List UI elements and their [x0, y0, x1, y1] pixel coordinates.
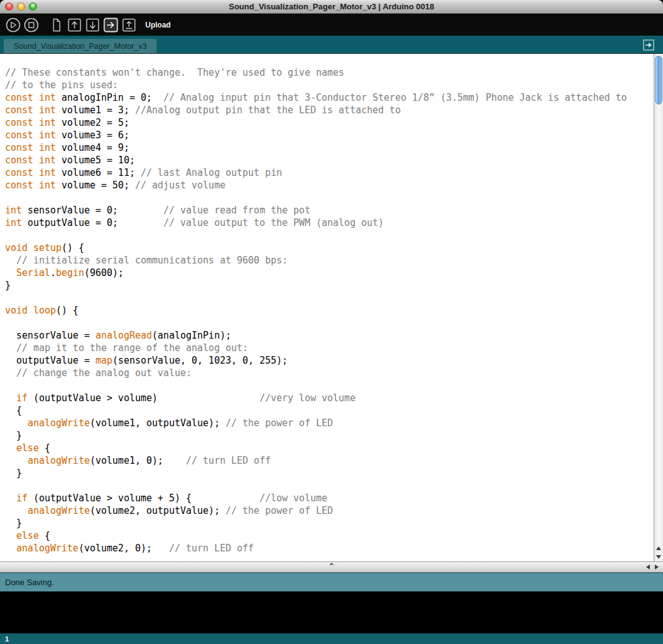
- toolbar: Upload: [0, 14, 663, 36]
- code-line[interactable]: }: [5, 279, 654, 292]
- scroll-down-button[interactable]: [654, 553, 663, 561]
- code-token: int: [39, 105, 56, 116]
- code-line[interactable]: int outputValue = 0; // value output to …: [5, 217, 654, 229]
- status-message: Done Saving.: [5, 578, 54, 587]
- scroll-up-button[interactable]: [654, 544, 663, 553]
- code-line[interactable]: }: [5, 467, 654, 479]
- serial-monitor-button[interactable]: [121, 17, 137, 33]
- code-line[interactable]: if (outputValue > volume + 5) { //low vo…: [5, 492, 654, 504]
- code-line[interactable]: const int volume = 50; // adjust volume: [5, 179, 654, 192]
- code-token: (9600);: [84, 267, 123, 279]
- arduino-ide-window: Sound_Visualization_Pager_Motor_v3 | Ard…: [0, 0, 663, 644]
- code-line[interactable]: const int volume5 = 10;: [5, 154, 654, 166]
- close-button[interactable]: [5, 3, 13, 11]
- tab-sketch[interactable]: Sound_Visualization_Pager_Motor_v3: [4, 39, 157, 53]
- code-token: (volume1, outputValue);: [90, 417, 225, 429]
- traffic-lights: [5, 3, 37, 11]
- code-line[interactable]: else {: [5, 442, 654, 454]
- code-token: void: [5, 242, 28, 253]
- code-line[interactable]: analogWrite(volume2, 0); // turn LED off: [5, 542, 654, 555]
- code-token: volume = 50;: [56, 180, 135, 191]
- tab-bar: Sound_Visualization_Pager_Motor_v3: [0, 36, 663, 54]
- code-token: [33, 130, 39, 141]
- vertical-scrollbar-thumb[interactable]: [655, 56, 662, 105]
- console-output[interactable]: [0, 591, 663, 633]
- code-token: analogRead: [96, 330, 152, 341]
- code-token: analogWrite: [28, 455, 90, 466]
- code-line[interactable]: void setup() {: [5, 242, 654, 254]
- code-line[interactable]: void loop() {: [5, 304, 654, 317]
- new-sketch-button[interactable]: [48, 17, 64, 33]
- vertical-scrollbar[interactable]: [654, 54, 663, 561]
- new-tab-arrow-icon: [643, 39, 654, 51]
- code-line[interactable]: [5, 379, 654, 392]
- code-token: volume6 = 11;: [56, 167, 140, 178]
- code-token: const: [5, 130, 33, 141]
- status-bar: Done Saving.: [0, 573, 663, 591]
- code-token: const: [5, 180, 33, 191]
- code-line[interactable]: }: [5, 429, 654, 442]
- code-line[interactable]: const int volume1 = 3; //Analog output p…: [5, 104, 654, 116]
- code-editor[interactable]: // These constants won't change. They're…: [0, 54, 663, 561]
- code-token: const: [5, 105, 33, 116]
- code-line[interactable]: const int volume4 = 9;: [5, 141, 654, 154]
- code-token: //Analog output pin that the LED is atta…: [135, 105, 401, 116]
- code-line[interactable]: analogWrite(volume2, outputValue); // th…: [5, 504, 654, 517]
- code-token: //low volume: [259, 493, 327, 504]
- scroll-left-button[interactable]: [644, 562, 652, 572]
- code-token: analogWrite: [28, 505, 90, 516]
- minimize-button[interactable]: [17, 3, 25, 11]
- code-line[interactable]: // to the pins used:: [5, 79, 654, 91]
- tab-menu-button[interactable]: [643, 39, 654, 51]
- code-line[interactable]: // map it to the range of the analog out…: [5, 342, 654, 354]
- code-content[interactable]: // These constants won't change. They're…: [0, 54, 654, 555]
- code-line[interactable]: const int volume2 = 5;: [5, 116, 654, 129]
- arrow-up-box-icon: [66, 17, 83, 33]
- zoom-button[interactable]: [29, 3, 37, 11]
- code-line[interactable]: [5, 317, 654, 329]
- code-token: map: [96, 355, 113, 366]
- upload-button[interactable]: [103, 17, 119, 33]
- code-line[interactable]: }: [5, 517, 654, 529]
- code-token: // the power of LED: [225, 505, 333, 516]
- scroll-right-button[interactable]: [652, 562, 661, 572]
- code-line[interactable]: const int analogInPin = 0; // Analog inp…: [5, 91, 654, 104]
- code-token: [33, 117, 39, 128]
- code-line[interactable]: if (outputValue > volume) //very low vol…: [5, 392, 654, 404]
- code-token: int: [39, 117, 56, 128]
- code-line[interactable]: [5, 292, 654, 304]
- open-button[interactable]: [66, 17, 83, 33]
- code-line[interactable]: Serial.begin(9600);: [5, 267, 654, 279]
- code-token: int: [5, 217, 22, 228]
- splitter-collapse-caret[interactable]: ^: [329, 562, 334, 571]
- stop-button[interactable]: [23, 17, 39, 33]
- code-token: .: [50, 267, 56, 279]
- code-token: //very low volume: [259, 392, 356, 404]
- code-line[interactable]: sensorValue = analogRead(analogInPin);: [5, 329, 654, 342]
- code-token: (analogInPin);: [152, 330, 231, 341]
- verify-button[interactable]: [5, 17, 21, 33]
- code-token: analogWrite: [16, 543, 78, 554]
- code-line[interactable]: outputValue = map(sensorValue, 0, 1023, …: [5, 354, 654, 367]
- code-line[interactable]: const int volume3 = 6;: [5, 129, 654, 141]
- save-button[interactable]: [85, 17, 101, 33]
- code-line[interactable]: [5, 192, 654, 204]
- code-line[interactable]: int sensorValue = 0; // value read from …: [5, 204, 654, 217]
- code-line[interactable]: // initialize serial communications at 9…: [5, 254, 654, 267]
- code-line[interactable]: analogWrite(volume1, 0); // turn LED off: [5, 454, 654, 467]
- code-token: (outputValue > volume): [28, 392, 259, 404]
- code-token: // map it to the range of the analog out…: [16, 342, 248, 354]
- code-token: setup: [33, 242, 61, 253]
- code-token: [5, 442, 16, 454]
- code-token: (outputValue > volume + 5) {: [28, 493, 259, 504]
- code-line[interactable]: {: [5, 404, 654, 417]
- code-line[interactable]: analogWrite(volume1, outputValue); // th…: [5, 417, 654, 429]
- code-line[interactable]: else {: [5, 529, 654, 542]
- code-line[interactable]: // These constants won't change. They're…: [5, 66, 654, 79]
- code-line[interactable]: [5, 229, 654, 242]
- code-line[interactable]: const int volume6 = 11; // last Analog o…: [5, 166, 654, 179]
- code-token: int: [39, 130, 56, 141]
- code-line[interactable]: // change the analog out value:: [5, 367, 654, 379]
- editor-console-splitter[interactable]: ^: [0, 561, 663, 573]
- code-line[interactable]: [5, 479, 654, 492]
